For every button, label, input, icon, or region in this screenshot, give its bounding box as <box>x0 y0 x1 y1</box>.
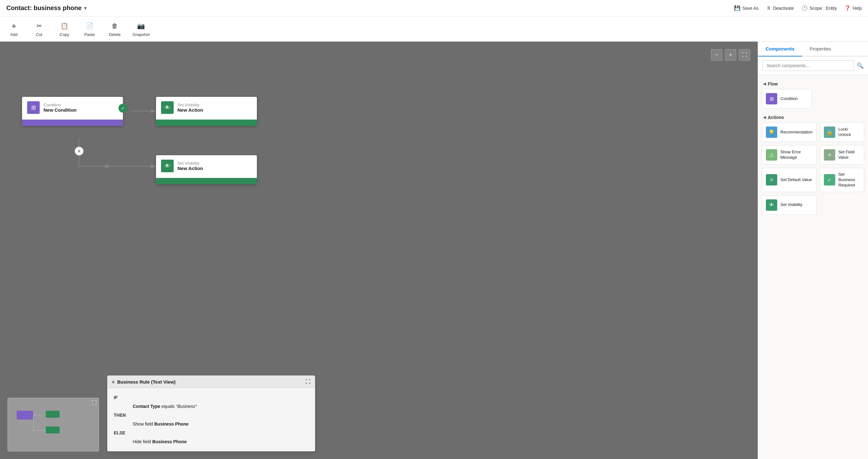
component-set-business-required[interactable]: ✓ Set Business Required <box>820 168 864 192</box>
add-button[interactable]: + Add <box>6 21 22 37</box>
lock-unlock-icon: 🔒 <box>824 126 835 138</box>
action2-node[interactable]: 👁 Set Visibility New Action <box>156 155 257 184</box>
deactivate-label: Deactivate <box>773 6 794 11</box>
component-set-default-value[interactable]: ≡ Set Default Value <box>762 168 817 192</box>
paste-label: Paste <box>84 32 95 37</box>
minimap-condition-node <box>17 411 33 420</box>
condition-comp-label: Condition <box>780 96 798 102</box>
zoom-out-button[interactable]: − <box>711 49 722 61</box>
snapshot-icon: 📷 <box>136 21 146 31</box>
actions-caret: ◀ <box>763 115 766 120</box>
tv-else-row: ELSE <box>114 428 309 437</box>
add-icon: + <box>9 21 19 31</box>
tab-properties[interactable]: Properties <box>802 41 839 56</box>
action1-node-header: 👁 Set Visibility New Action <box>156 97 257 118</box>
tv-then-field: Business Phone <box>154 422 188 427</box>
set-visibility-icon: 👁 <box>766 199 777 211</box>
canvas[interactable]: − + ⛶ ⊞ Condition New Condition ✓ ✕ <box>0 41 758 459</box>
tv-condition-field: Contact Type <box>133 404 160 409</box>
recommendation-label: Recommendation <box>780 130 812 135</box>
page-title: Contact: business phone <box>6 4 82 12</box>
search-input[interactable] <box>763 60 854 71</box>
x-button[interactable]: ✕ <box>75 147 84 155</box>
zoom-in-icon: + <box>729 52 732 58</box>
tab-components[interactable]: Components <box>758 41 802 56</box>
component-recommendation[interactable]: 💡 Recommendation <box>762 122 817 142</box>
text-view-icon: ≡ <box>112 379 115 384</box>
minimap-action2-node <box>46 427 60 433</box>
delete-icon: 🗑 <box>110 21 120 31</box>
action1-node[interactable]: 👁 Set Visibility New Action <box>156 97 257 126</box>
right-panel: Components Properties 🔍 ◀ Flow ⊞ Conditi… <box>758 41 868 459</box>
delete-label: Delete <box>109 32 121 37</box>
flow-caret: ◀ <box>763 82 766 86</box>
tv-then-action-row: Show field Business Phone <box>114 420 309 428</box>
title-dropdown-icon[interactable]: ▾ <box>84 5 87 11</box>
help-button[interactable]: ❓ Help <box>844 5 862 11</box>
component-condition[interactable]: ⊞ Condition <box>762 89 812 109</box>
tv-condition-value: "Business" <box>176 404 197 409</box>
minimap-line1 <box>33 415 42 416</box>
cut-label: Cut <box>36 32 42 37</box>
text-view-title-text: Business Rule (Text View) <box>117 379 176 384</box>
component-lock-unlock[interactable]: 🔒 Lock/ Unlock <box>820 122 864 142</box>
condition-node-labels: Condition New Condition <box>43 103 76 113</box>
flow-components-grid: ⊞ Condition <box>762 89 864 109</box>
toolbar: + Add ✂ Cut 📋 Copy 📄 Paste 🗑 Delete 📷 Sn… <box>0 17 868 41</box>
search-icon[interactable]: 🔍 <box>857 62 864 69</box>
save-as-icon: 💾 <box>734 5 740 11</box>
component-show-error[interactable]: ⚠ Show Error Message <box>762 145 817 165</box>
action2-node-icon: 👁 <box>161 160 174 172</box>
actions-section-header: ◀ Actions <box>762 112 864 122</box>
cut-icon: ✂ <box>34 21 44 31</box>
flow-section-header: ◀ Flow <box>762 79 864 89</box>
text-view-header: ≡ Business Rule (Text View) ⛶ <box>107 376 315 388</box>
component-set-visibility[interactable]: 👁 Set Visibility <box>762 195 817 215</box>
help-label: Help <box>852 6 862 11</box>
help-icon: ❓ <box>844 5 851 11</box>
components-list: ◀ Flow ⊞ Condition ◀ Actions 💡 Recommend… <box>758 75 868 459</box>
copy-button[interactable]: 📋 Copy <box>57 21 72 37</box>
lock-unlock-label: Lock/ Unlock <box>838 127 860 138</box>
action2-node-footer <box>156 178 257 184</box>
condition-node-footer <box>22 120 123 126</box>
minimap: ⛶ <box>7 398 99 452</box>
snapshot-button[interactable]: 📷 Snapshot <box>132 21 150 37</box>
save-as-label: Save As <box>742 6 758 11</box>
canvas-controls: − + ⛶ <box>711 49 750 61</box>
tv-then-row: THEN <box>114 411 309 420</box>
paste-button[interactable]: 📄 Paste <box>82 21 97 37</box>
condition-node-header: ⊞ Condition New Condition <box>22 97 123 118</box>
action2-node-header: 👁 Set Visibility New Action <box>156 155 257 177</box>
delete-button[interactable]: 🗑 Delete <box>107 21 122 37</box>
set-field-value-label: Set Field Value <box>838 149 860 160</box>
save-as-button[interactable]: 💾 Save As <box>734 5 758 11</box>
condition-node-name: New Condition <box>43 107 76 113</box>
paste-icon: 📄 <box>85 21 95 31</box>
copy-label: Copy <box>60 32 69 37</box>
action1-node-footer <box>156 120 257 126</box>
fit-screen-button[interactable]: ⛶ <box>739 49 750 61</box>
condition-comp-icon: ⊞ <box>766 93 777 105</box>
action1-node-labels: Set Visibility New Action <box>178 103 203 113</box>
fit-icon: ⛶ <box>742 52 747 58</box>
tv-condition-row: Contact Type equals "Business" <box>114 402 309 411</box>
tv-else-action: Hide field <box>133 439 151 444</box>
action1-node-icon: 👁 <box>161 101 174 114</box>
scope-button[interactable]: 🕐 Scope : Entity <box>802 5 837 11</box>
cut-button[interactable]: ✂ Cut <box>32 21 46 37</box>
minimap-expand-button[interactable]: ⛶ <box>92 400 97 406</box>
action2-node-labels: Set Visibility New Action <box>178 161 203 171</box>
zoom-out-icon: − <box>715 52 718 58</box>
deactivate-button[interactable]: ⏸ Deactivate <box>766 5 794 11</box>
condition-node[interactable]: ⊞ Condition New Condition ✓ <box>22 97 123 126</box>
component-set-field-value[interactable]: ≡ Set Field Value <box>820 145 864 165</box>
actions-components-grid: 💡 Recommendation 🔒 Lock/ Unlock ⚠ Show E… <box>762 122 864 215</box>
zoom-in-button[interactable]: + <box>725 49 736 61</box>
search-box: 🔍 <box>758 56 868 75</box>
action2-node-name: New Action <box>178 166 203 171</box>
recommendation-icon: 💡 <box>766 126 777 138</box>
set-default-label: Set Default Value <box>780 177 812 183</box>
tv-then-keyword: THEN <box>114 412 126 418</box>
text-view-expand-button[interactable]: ⛶ <box>305 379 310 384</box>
